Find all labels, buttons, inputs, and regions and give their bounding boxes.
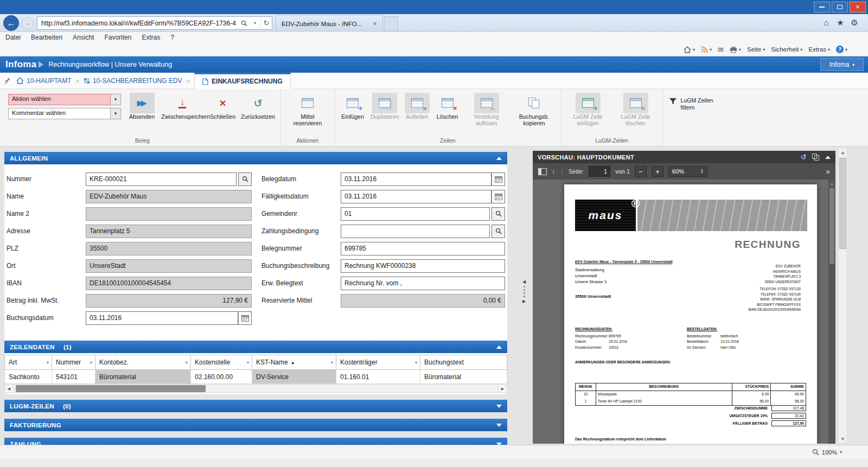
back-button[interactable]: ← [3,15,19,31]
cell-nummer[interactable]: 543101 [52,370,95,384]
scrollbar-thumb[interactable] [16,385,206,392]
scroll-up-icon[interactable]: ▲ [839,148,847,157]
duplizieren-button[interactable]: Duplizieren [368,92,402,120]
expand-down-icon[interactable] [496,424,502,427]
new-tab-button[interactable] [384,16,398,31]
mittel-reservieren-button[interactable]: Mittel reservieren [284,92,331,126]
menu-datei[interactable]: Datei [5,34,21,41]
scrollbar-track[interactable] [839,157,847,434]
absenden-button[interactable]: ▶▶ Absenden [126,92,157,120]
breadcrumb-sachbearbeitung-link[interactable]: 10-SACHBEARBEITUNG EDV [93,77,182,85]
section-header-zahlung[interactable]: ZAHLUNG [4,438,507,445]
gemeindenr-input[interactable]: 01 [341,207,490,221]
verteilung-aufloesen-button[interactable]: ↔ Verteilung auflösen [463,92,510,126]
zahlungsbedingung-lookup-button[interactable] [492,225,505,238]
scrollbar-thumb[interactable] [839,158,846,249]
buchungsbeschreibung-kopieren-button[interactable]: Buchungsb. kopieren [510,92,558,126]
sidebar-toggle-icon[interactable] [538,168,547,175]
cmd-feeds-button[interactable]: ▾ [701,46,712,53]
cell-art[interactable]: Sachkonto [4,370,52,384]
erw-belegtext-input[interactable]: Rechnung Nr. vom , [341,277,505,290]
column-header-kontobez[interactable]: Kontobez.▾ [95,355,191,370]
tab-close-icon[interactable]: × [371,20,379,28]
nummer-lookup-button[interactable] [238,172,252,186]
lugm-zeile-loeschen-button[interactable]: × LuGM Zeile löschen [612,92,660,126]
panel-splitter[interactable]: ◀ ▶ [520,279,528,315]
chevron-down-icon[interactable]: ▾ [90,360,92,365]
zwischenspeichern-button[interactable]: ↓ Zwischenspeichern [157,92,207,120]
lugm-zeile-einfuegen-button[interactable]: + LuGM Zeile einfügen [564,92,612,126]
menu-extras[interactable]: Extras [142,34,160,41]
menu-favoriten[interactable]: Favoriten [104,34,131,41]
collapse-preview-icon[interactable] [825,156,831,159]
cell-kostentraeger[interactable]: 01.160.01 [336,370,420,384]
cmd-print-button[interactable]: ▾ [730,46,741,53]
chevron-down-icon[interactable]: ▾ [186,360,188,365]
zoom-out-button[interactable]: − [635,166,647,177]
column-header-art[interactable]: Art▾ [4,355,52,370]
cell-buchungstext[interactable]: Büromaterial [420,370,507,384]
einfuegen-button[interactable]: + Einfügen [337,92,368,120]
cmd-help-button[interactable]: ?▾ [836,46,847,53]
chevron-down-icon[interactable]: ▾ [247,360,249,365]
page-down-icon[interactable]: ↓ [560,168,564,176]
zoom-level-select[interactable]: 60% ▲▼ [668,166,707,177]
column-header-buchungstext[interactable]: Buchungstext [420,355,507,370]
section-header-allgemein[interactable]: ALLGEMEIN [4,152,507,164]
buchungsbeschreibung-input[interactable]: Rechnung KWF0000238 [341,259,505,273]
nummer-input[interactable]: KRE-000021 [86,172,237,186]
kommentar-waehlen-dropdown[interactable]: Kommentar wählen ▼ [8,108,121,119]
zoom-in-button[interactable]: + [652,166,663,177]
schliessen-button[interactable]: × Schließen [207,92,238,120]
reload-preview-icon[interactable]: ↺ [801,153,807,161]
cell-kostenstelle[interactable]: 02.160.00.00 [191,370,252,384]
page-vertical-scrollbar[interactable]: ▲ ▼ [838,148,847,444]
chevron-down-icon[interactable]: ▾ [47,360,49,365]
open-copy-icon[interactable] [812,153,820,161]
expand-down-icon[interactable] [496,405,502,408]
scroll-left-icon[interactable]: ◀ [4,384,14,393]
menu-bearbeiten[interactable]: Bearbeiten [31,34,62,41]
cmd-mail-button[interactable]: ✉ [718,46,724,54]
refresh-icon[interactable]: ↻ [261,17,272,29]
belegdatum-input[interactable]: 03.11.2016 [341,172,492,186]
account-menu[interactable]: Infoma ▾ [820,58,864,71]
address-bar[interactable]: http://rwf3.infomademo.lokal/#/kwfEditFo… [37,16,272,30]
faelligkeitsdatum-calendar-button[interactable] [492,190,505,203]
collapse-up-icon[interactable] [496,157,502,160]
scroll-down-icon[interactable]: ▼ [839,434,847,443]
column-header-nummer[interactable]: Nummer▾ [52,355,95,370]
collapse-up-icon[interactable] [496,346,502,349]
window-close-button[interactable]: × [850,2,866,12]
scrollbar-track[interactable] [14,384,498,393]
window-minimize-button[interactable] [814,2,830,12]
column-header-kostentraeger[interactable]: Kostenträger▾ [336,355,420,370]
menu-ansicht[interactable]: Ansicht [73,34,94,41]
buchungsdatum-calendar-button[interactable] [238,311,252,325]
address-dropdown-icon[interactable]: ▾ [250,17,260,29]
zahlungsbedingung-input[interactable] [341,225,490,238]
cmd-sicherheit-button[interactable]: Sicherheit▾ [771,46,802,53]
column-header-kst-name[interactable]: KST-Name▲▾ [252,355,336,370]
belegdatum-calendar-button[interactable] [492,172,505,186]
buchungsdatum-input[interactable]: 03.11.2016 [86,311,238,325]
collapse-right-icon[interactable]: ▶ [522,299,526,304]
home-icon[interactable]: ⌂ [820,18,832,27]
gemeindenr-lookup-button[interactable] [492,207,505,221]
section-header-zeilendaten[interactable]: ZEILENDATEN (1) [4,341,507,353]
chevron-down-icon[interactable]: ▾ [840,450,842,455]
scroll-up-icon[interactable]: ▲ [830,182,834,185]
lugm-zeilen-filtern-button[interactable]: LuGM Zeilen filtern [666,92,720,111]
page-number-input[interactable]: 1 [589,166,610,177]
preview-scrollbar[interactable]: ▲ [828,180,835,444]
belegnummer-input[interactable]: 699785 [341,242,505,255]
scroll-right-icon[interactable]: ▶ [498,384,507,393]
zeilendaten-row[interactable]: Sachkonto 543101 Büromaterial 02.160.00.… [4,370,507,384]
forward-button[interactable]: → [21,17,34,29]
search-icon[interactable] [239,17,250,29]
breadcrumb-hauptamt-link[interactable]: 10-HAUPTAMT [27,77,71,85]
column-header-kostenstelle[interactable]: Kostenstelle▾ [191,355,252,370]
section-header-fakturierung[interactable]: FAKTURIERUNG [4,419,507,431]
chevron-down-icon[interactable]: ▾ [415,360,417,365]
settings-gear-icon[interactable]: ⚙ [848,18,860,28]
